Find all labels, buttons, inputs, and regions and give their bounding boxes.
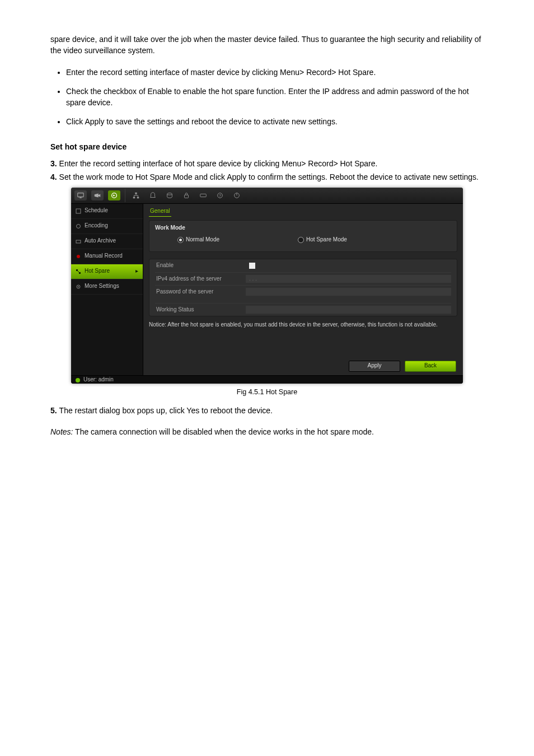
status-dot-icon	[76, 378, 80, 382]
top-toolbar: ?	[71, 188, 463, 204]
password-input[interactable]	[246, 288, 451, 296]
apply-button[interactable]: Apply	[349, 361, 400, 372]
work-mode-radio-row: Normal Mode Hot Spare Mode	[155, 236, 451, 244]
power-icon[interactable]	[231, 190, 243, 200]
bullet-item: Enter the record setting interface of ma…	[66, 67, 484, 78]
sidebar-item-manual-record[interactable]: Manual Record	[71, 249, 143, 264]
notes-text: The camera connection will be disabled w…	[75, 427, 374, 436]
sidebar-item-more-settings[interactable]: More Settings	[71, 279, 143, 295]
disk-icon[interactable]	[163, 190, 176, 200]
row-label: Working Status	[155, 306, 246, 314]
section-heading: Set hot spare device	[50, 141, 484, 152]
main-panel: General Work Mode Normal Mode Hot Spare …	[143, 204, 463, 375]
sidebar: Schedule Encoding Auto Archive Manual Re…	[71, 204, 143, 375]
row-enable: Enable	[155, 259, 451, 272]
row-password: Password of the server	[155, 285, 451, 298]
sidebar-item-label: Schedule	[85, 207, 108, 215]
svg-point-16	[77, 255, 80, 258]
settings-panel: Enable IPv4 address of the server . . . …	[149, 259, 457, 316]
svg-point-21	[78, 286, 79, 287]
notes-paragraph: Notes: The camera connection will be dis…	[50, 426, 484, 437]
working-status-value	[246, 306, 451, 314]
row-ipv4: IPv4 address of the server . . .	[155, 272, 451, 286]
svg-point-14	[77, 224, 81, 228]
enable-checkbox[interactable]	[249, 263, 255, 269]
radio-icon	[177, 237, 184, 243]
back-button[interactable]: Back	[405, 361, 456, 372]
bullet-item: Check the checkbox of Enable to enable t…	[66, 86, 484, 109]
help-icon[interactable]: ?	[214, 190, 226, 200]
row-label: Enable	[155, 262, 246, 270]
panel-title: Work Mode	[155, 224, 451, 232]
radio-label: Normal Mode	[186, 236, 219, 242]
intro-paragraph: spare device, and it will take over the …	[50, 34, 484, 57]
step-4: 4. Set the work mode to Hot Spare Mode a…	[50, 171, 484, 183]
alarm-icon[interactable]	[147, 190, 159, 200]
toolbar-divider	[125, 189, 125, 202]
tab-general[interactable]: General	[149, 207, 171, 217]
svg-rect-1	[79, 197, 82, 198]
bullet-list: Enter the record setting interface of ma…	[50, 67, 484, 128]
sidebar-item-label: Auto Archive	[85, 237, 116, 245]
chevron-right-icon: ▸	[135, 267, 138, 276]
step-3: 3. Enter the record setting interface of…	[50, 158, 484, 169]
sidebar-item-hot-spare[interactable]: Hot Spare ▸	[71, 264, 143, 279]
step-number: 4.	[50, 172, 59, 181]
notice-text: Notice: After the hot spare is enabled, …	[149, 321, 457, 329]
step-text: Enter the record setting interface of ho…	[59, 159, 378, 168]
sidebar-item-label: Manual Record	[85, 252, 123, 260]
svg-rect-7	[185, 195, 189, 198]
network-icon[interactable]	[130, 190, 142, 200]
sidebar-item-label: Encoding	[85, 222, 108, 230]
sidebar-item-encoding[interactable]: Encoding	[71, 219, 143, 234]
svg-rect-0	[78, 193, 84, 197]
svg-rect-5	[137, 197, 139, 198]
action-bar: Apply Back	[349, 361, 456, 372]
page: spare device, and it will take over the …	[0, 0, 534, 488]
keyboard-icon[interactable]	[197, 190, 209, 200]
row-working-status: Working Status	[155, 303, 451, 316]
screenshot: ? Schedule Encoding Auto Archive	[71, 188, 463, 384]
svg-text:?: ?	[219, 193, 221, 197]
svg-rect-8	[200, 194, 207, 197]
row-label: IPv4 address of the server	[155, 275, 246, 283]
svg-point-6	[167, 193, 172, 195]
step-text: Set the work mode to Hot Spare Mode and …	[59, 172, 479, 181]
record-tab-icon[interactable]	[108, 190, 120, 200]
svg-rect-15	[76, 240, 81, 243]
status-bar: User: admin	[71, 375, 463, 384]
status-user-text: User: admin	[83, 376, 114, 383]
svg-line-19	[77, 270, 79, 273]
step-5: 5. The restart dialog box pops up, click…	[50, 405, 484, 416]
radio-hot-spare-mode[interactable]: Hot Spare Mode	[298, 236, 347, 244]
ipv4-input[interactable]: . . .	[246, 275, 451, 283]
svg-rect-13	[76, 209, 81, 213]
sidebar-item-auto-archive[interactable]: Auto Archive	[71, 234, 143, 249]
radio-icon	[298, 237, 304, 243]
figure-caption: Fig 4.5.1 Hot Spare	[50, 387, 484, 397]
radio-normal-mode[interactable]: Normal Mode	[177, 236, 219, 244]
sidebar-item-label: More Settings	[85, 282, 119, 291]
svg-rect-3	[135, 192, 137, 194]
step-text: The restart dialog box pops up, click Ye…	[59, 406, 273, 415]
monitor-icon[interactable]	[74, 190, 87, 200]
notes-label: Notes:	[50, 427, 73, 436]
row-label: Password of the server	[155, 288, 246, 296]
work-mode-panel: Work Mode Normal Mode Hot Spare Mode	[149, 220, 457, 252]
radio-label: Hot Spare Mode	[306, 236, 347, 242]
lock-icon[interactable]	[180, 190, 193, 200]
bullet-item: Click Apply to save the settings and reb…	[66, 116, 484, 127]
sidebar-item-schedule[interactable]: Schedule	[71, 204, 143, 219]
svg-rect-4	[133, 197, 135, 198]
step-number: 3.	[50, 159, 59, 168]
step-number: 5.	[50, 406, 59, 415]
enable-checkbox-cell	[246, 262, 451, 269]
sidebar-item-label: Hot Spare	[85, 267, 110, 276]
camera-icon[interactable]	[91, 190, 104, 200]
